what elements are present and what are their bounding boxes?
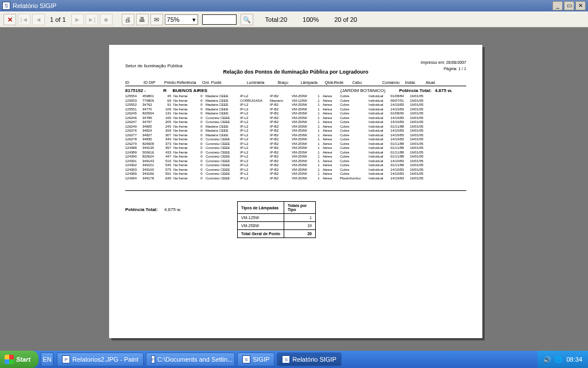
tray-icon[interactable]: 🌐 (555, 356, 563, 363)
table-body: 12555445980145Na frente0Madeira CEEEIP-L… (125, 94, 466, 181)
table-row: 124389500616433Na frente0Concreto CEEEIP… (125, 151, 466, 155)
table-row: 12627834835345Na frente0Concreto CEEEIP-… (125, 137, 466, 142)
search-button[interactable]: 🔍 (241, 14, 253, 25)
taskbar: Start EN PRelatorios2.JPG - PaintFC:\Doc… (0, 351, 588, 368)
table-header: ID ID DIP Prédio Referência Ord. Poste L… (125, 80, 466, 86)
table-row: 12624634789165Na frente0Concreto CEEEIP-… (125, 116, 466, 121)
count-label: 20 of 20 (334, 16, 357, 23)
table-row: 124389349186591Na frente0Concreto CEEEIP… (125, 172, 466, 177)
table-row: 1255523476291Na frente0Madeira CEEEIP-L2… (125, 103, 466, 108)
report-toolbar: ✕ |◄ ◄ 1 of 1 ► ►| ■ 🖨 🖶 ✉ 75%▾ 🔍 Total:… (0, 12, 588, 28)
search-input[interactable] (202, 14, 237, 25)
table-row: 12624734797205Na frente0Concreto CEEEIP-… (125, 120, 466, 125)
table-row: 12555445980145Na frente0Madeira CEEEIP-L… (125, 94, 466, 99)
zoom-select[interactable]: 75%▾ (165, 14, 198, 25)
window-title: Relatório SIGIP (13, 2, 56, 9)
minimize-button[interactable]: _ (552, 1, 563, 10)
quicklaunch-button[interactable]: EN (41, 352, 53, 366)
table-row: 124393349160575Na frente0Concreto CEEEIP… (125, 168, 466, 172)
report-viewer[interactable]: Setor de Iluminação Pública Impresso em:… (0, 28, 588, 351)
table-row: 12627734827307Na frente0Madeira CEEEIP-L… (125, 133, 466, 138)
clock[interactable]: 08:34 (566, 356, 582, 363)
taskbar-button[interactable]: SRelatório SIGIP (277, 352, 341, 366)
printer-setup-button[interactable]: 🖶 (136, 14, 149, 25)
titlebar: S Relatório SIGIP _ ▭ ✕ (0, 0, 588, 12)
table-row: 124388349135397Na frente0Concreto CEEEIP… (125, 146, 466, 151)
table-row: 12627634819269Na frente0Madeira CEEEIP-L… (125, 129, 466, 133)
taskbar-button[interactable]: PRelatorios2.JPG - Paint (57, 352, 144, 366)
stop-button[interactable]: ■ (100, 14, 113, 25)
print-button[interactable]: 🖨 (122, 14, 134, 25)
table-row: 124390820624447Na frente0Concreto CEEEIP… (125, 155, 466, 159)
taskbar-button[interactable]: FC:\Documents and Settin... (146, 352, 235, 366)
quick-launch: EN (41, 352, 53, 366)
total-label: Total:20 (265, 16, 288, 23)
export-button[interactable]: ✉ (150, 14, 163, 25)
table-row: 12555377080969Na frente0Madeira CEEECORR… (125, 99, 466, 103)
app-icon: S (2, 2, 10, 10)
report-page: Setor de Iluminação Pública Impresso em:… (109, 45, 482, 338)
next-page-button[interactable]: ► (71, 14, 84, 25)
tray-icon[interactable]: 🔊 (543, 356, 551, 363)
table-row: 12555134770109Na frente0Madeira CEEEIP-L… (125, 108, 466, 112)
percent-label: 100% (303, 16, 319, 23)
group-header: 8175192 - R BUENOS AIRES (JARDIM BOTANIC… (125, 88, 466, 93)
maximize-button[interactable]: ▭ (564, 1, 574, 10)
summary-table: Tipos de LâmpadasTotais por Tipo VM-125W… (237, 201, 316, 238)
system-tray[interactable]: 🔊 🌐 08:34 (537, 351, 588, 368)
table-row: 124391349143510Na frente0Concreto CEEEIP… (125, 159, 466, 164)
table-row: 126245820594131Na frente0Madeira CEEEIP-… (125, 112, 466, 116)
start-button[interactable]: Start (0, 351, 38, 368)
table-row: 124392349151545Na frente0Concreto CEEEIP… (125, 163, 466, 168)
page-indicator: 1 of 1 (50, 16, 66, 23)
last-page-button[interactable]: ►| (86, 14, 98, 25)
report-title: Relação dos Pontos de Iluminação Pública… (125, 69, 466, 75)
close-button[interactable]: ✕ (575, 1, 586, 10)
first-page-button[interactable]: |◄ (18, 14, 30, 25)
prev-page-button[interactable]: ◄ (32, 14, 45, 25)
close-report-button[interactable]: ✕ (3, 14, 16, 25)
table-row: 126279820608373Na frente0Concreto CEEEIP… (125, 142, 466, 147)
footer-potencia: Potência Total: 4.875 w. (125, 207, 181, 212)
table-row: 12624934800245Na frente0Madeira CEEEIP-L… (125, 125, 466, 129)
setor-label: Setor de Iluminação Pública (125, 63, 183, 68)
windows-logo-icon (5, 355, 14, 364)
taskbar-button[interactable]: SSIGIP (237, 352, 274, 366)
table-row: 124394349178645Na frente0Concreto CEEEIP… (125, 177, 466, 181)
